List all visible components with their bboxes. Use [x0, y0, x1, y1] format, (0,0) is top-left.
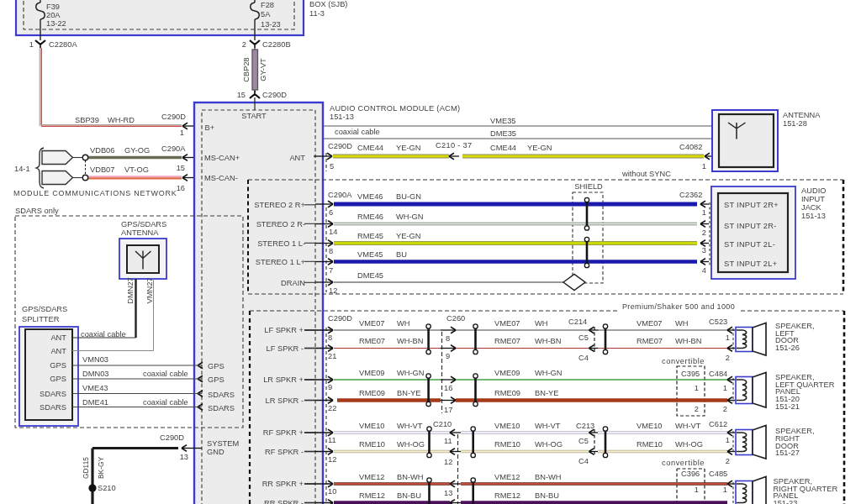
svg-text:C290D: C290D	[160, 433, 184, 442]
svg-text:SHIELD: SHIELD	[574, 182, 603, 191]
svg-text:BN-YE: BN-YE	[535, 389, 558, 397]
svg-text:3: 3	[702, 246, 706, 255]
svg-text:SDARS: SDARS	[208, 404, 235, 412]
svg-text:151-23: 151-23	[774, 499, 798, 504]
svg-text:C2362: C2362	[679, 191, 702, 199]
svg-text:1: 1	[723, 486, 727, 494]
svg-text:10: 10	[328, 487, 336, 496]
svg-text:GD115: GD115	[82, 457, 90, 479]
svg-text:YE-GN: YE-GN	[527, 144, 552, 152]
svg-text:WH: WH	[535, 319, 548, 328]
svg-text:14-1: 14-1	[14, 165, 30, 173]
svg-text:convertible: convertible	[662, 357, 705, 365]
svg-text:13-23: 13-23	[261, 20, 281, 29]
svg-text:VME09: VME09	[494, 369, 520, 377]
svg-text:STEREO 1 L-: STEREO 1 L-	[257, 239, 305, 248]
svg-text:22: 22	[328, 404, 336, 412]
svg-text:STEREO 2 R-: STEREO 2 R-	[256, 220, 305, 228]
svg-text:15: 15	[237, 91, 246, 99]
svg-text:VME10: VME10	[637, 422, 663, 430]
svg-text:RF SPKR +: RF SPKR +	[263, 428, 304, 437]
svg-text:DRAIN: DRAIN	[281, 279, 305, 287]
svg-text:1: 1	[180, 129, 184, 137]
svg-text:151-13: 151-13	[330, 113, 354, 121]
svg-text:S210: S210	[98, 484, 116, 492]
svg-text:11: 11	[328, 436, 336, 444]
svg-text:12: 12	[328, 455, 336, 464]
svg-text:2: 2	[702, 228, 706, 237]
svg-text:CME44: CME44	[357, 144, 383, 152]
svg-text:WH-OG: WH-OG	[535, 440, 563, 449]
svg-text:Premium/Shaker 500 and 1000: Premium/Shaker 500 and 1000	[622, 302, 735, 311]
svg-text:GPS: GPS	[208, 375, 224, 384]
svg-text:SBP39: SBP39	[75, 116, 99, 124]
svg-text:BN-BU: BN-BU	[397, 491, 421, 500]
svg-text:C523: C523	[709, 318, 727, 326]
svg-text:F39: F39	[46, 3, 60, 11]
svg-text:9: 9	[446, 352, 450, 360]
svg-text:WH-OG: WH-OG	[675, 440, 703, 449]
svg-text:VME12: VME12	[494, 473, 520, 481]
svg-text:C213: C213	[576, 422, 594, 430]
svg-text:8: 8	[329, 247, 333, 255]
svg-text:LF SPKR -: LF SPKR -	[267, 344, 304, 353]
svg-text:1: 1	[702, 162, 706, 171]
svg-text:STEREO 2 R+: STEREO 2 R+	[254, 201, 305, 209]
svg-text:151-21: 151-21	[775, 402, 800, 411]
svg-text:without SYNC: without SYNC	[621, 170, 671, 178]
svg-text:F28: F28	[261, 1, 274, 9]
svg-text:WH-GN: WH-GN	[535, 369, 563, 377]
svg-text:YE-GN: YE-GN	[396, 232, 420, 240]
svg-text:ST INPUT 2R-: ST INPUT 2R-	[724, 222, 777, 230]
svg-text:AUDIO CONTROL MODULE (ACM): AUDIO CONTROL MODULE (ACM)	[330, 104, 460, 113]
svg-text:6: 6	[329, 208, 333, 217]
svg-text:VMN03: VMN03	[82, 355, 108, 364]
svg-text:AUDIO: AUDIO	[801, 186, 826, 195]
svg-text:C396: C396	[681, 470, 700, 478]
svg-text:C290A: C290A	[328, 191, 352, 199]
svg-text:C290D: C290D	[328, 314, 352, 323]
svg-text:C2280B: C2280B	[262, 40, 291, 49]
svg-text:LR SPKR -: LR SPKR -	[266, 396, 304, 405]
svg-text:WH-GN: WH-GN	[396, 213, 424, 221]
svg-text:RME07: RME07	[494, 337, 520, 345]
svg-text:13: 13	[444, 489, 452, 497]
svg-text:DMN03: DMN03	[82, 370, 109, 378]
svg-text:4: 4	[702, 266, 706, 275]
svg-text:151-26: 151-26	[775, 344, 800, 352]
svg-text:WH: WH	[397, 319, 410, 328]
svg-text:13-22: 13-22	[46, 19, 66, 28]
svg-text:C484: C484	[709, 370, 727, 378]
svg-text:12: 12	[444, 458, 452, 466]
svg-text:DME45: DME45	[357, 271, 383, 280]
svg-text:WH-BN: WH-BN	[675, 337, 702, 345]
svg-text:C260: C260	[446, 314, 465, 323]
svg-text:21: 21	[328, 352, 336, 360]
svg-text:GPS: GPS	[208, 362, 224, 370]
svg-text:coaxial cable: coaxial cable	[81, 330, 126, 339]
svg-text:MS-CAN+: MS-CAN+	[204, 154, 240, 162]
svg-text:WH-VT: WH-VT	[675, 422, 701, 430]
svg-text:151-27: 151-27	[775, 449, 800, 457]
svg-text:17: 17	[444, 406, 452, 414]
svg-text:SPLITTER: SPLITTER	[22, 315, 60, 323]
svg-text:VMN27: VMN27	[145, 277, 154, 303]
svg-text:8: 8	[446, 334, 450, 343]
svg-text:1: 1	[695, 486, 699, 494]
svg-text:WH-BN: WH-BN	[535, 337, 562, 345]
svg-text:7: 7	[329, 266, 333, 275]
svg-text:14: 14	[329, 228, 337, 236]
svg-text:ST INPUT 2L-: ST INPUT 2L-	[724, 240, 775, 249]
svg-text:RR SPKR +: RR SPKR +	[262, 480, 304, 488]
svg-text:BK-GY: BK-GY	[97, 457, 105, 479]
svg-text:WH-VT: WH-VT	[397, 422, 423, 430]
svg-text:C4: C4	[578, 457, 589, 465]
svg-text:1: 1	[723, 384, 727, 392]
svg-text:2: 2	[726, 354, 730, 362]
svg-text:BU-GN: BU-GN	[396, 192, 421, 201]
svg-text:LF SPKR +: LF SPKR +	[264, 326, 304, 334]
svg-text:1: 1	[695, 384, 699, 392]
svg-text:RME10: RME10	[494, 440, 520, 449]
svg-text:9: 9	[328, 383, 332, 391]
svg-text:VDB07: VDB07	[90, 165, 114, 174]
